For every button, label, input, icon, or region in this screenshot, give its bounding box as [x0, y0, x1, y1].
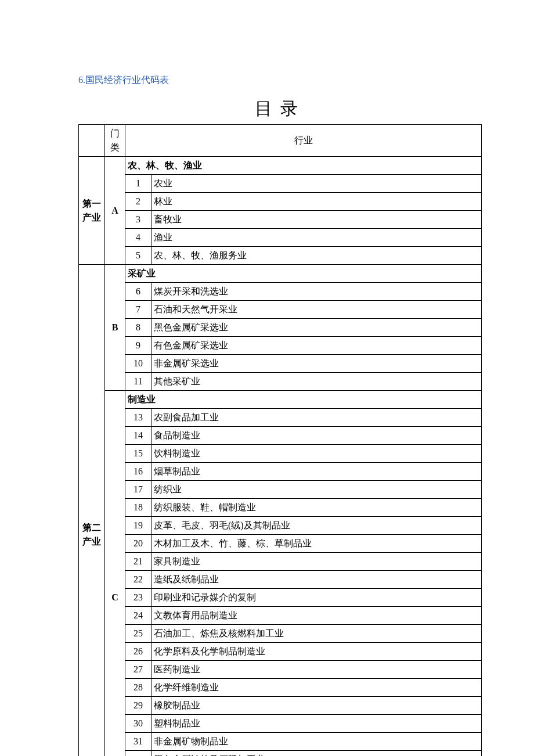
row-num: 32	[125, 751, 151, 757]
row-num: 14	[125, 427, 151, 445]
row-num: 13	[125, 409, 151, 427]
table-row: 32黑色金属冶炼及压延加工业	[79, 751, 482, 757]
row-name: 其他采矿业	[151, 373, 482, 391]
row-num: 19	[125, 517, 151, 535]
row-num: 7	[125, 301, 151, 319]
row-num: 11	[125, 373, 151, 391]
row-num: 27	[125, 661, 151, 679]
section-title: 制造业	[125, 391, 482, 409]
row-name: 有色金属矿采选业	[151, 337, 482, 355]
th-category: 门类	[105, 125, 125, 157]
row-num: 22	[125, 571, 151, 589]
production-label: 第一产业	[79, 157, 105, 265]
table-header-row: 门类 行业	[79, 125, 482, 157]
row-name: 塑料制品业	[151, 715, 482, 733]
row-num: 29	[125, 697, 151, 715]
row-name: 烟草制品业	[151, 463, 482, 481]
row-name: 皮革、毛皮、羽毛(绒)及其制品业	[151, 517, 482, 535]
section-title: 采矿业	[125, 265, 482, 283]
table-row: 16烟草制品业	[79, 463, 482, 481]
row-name: 渔业	[151, 229, 482, 247]
row-name: 煤炭开采和洗选业	[151, 283, 482, 301]
row-num: 24	[125, 607, 151, 625]
row-name: 黑色金属冶炼及压延加工业	[151, 751, 482, 757]
row-num: 1	[125, 175, 151, 193]
industry-code-table: 门类 行业 第一产业 A 农、林、牧、渔业 1农业 2林业 3畜牧业 4渔业 5…	[78, 124, 482, 756]
row-num: 3	[125, 211, 151, 229]
row-name: 橡胶制品业	[151, 697, 482, 715]
table-row: 28化学纤维制造业	[79, 679, 482, 697]
row-name: 化学纤维制造业	[151, 679, 482, 697]
table-row: 19皮革、毛皮、羽毛(绒)及其制品业	[79, 517, 482, 535]
row-name: 印刷业和记录媒介的复制	[151, 589, 482, 607]
table-row: 1农业	[79, 175, 482, 193]
row-name: 造纸及纸制品业	[151, 571, 482, 589]
th-industry: 行业	[125, 125, 482, 157]
table-row: 4渔业	[79, 229, 482, 247]
row-num: 20	[125, 535, 151, 553]
table-row: 第二产业 B 采矿业	[79, 265, 482, 283]
row-num: 8	[125, 319, 151, 337]
table-row: 25石油加工、炼焦及核燃料加工业	[79, 625, 482, 643]
category-code: B	[105, 265, 125, 391]
table-row: 17纺织业	[79, 481, 482, 499]
row-name: 家具制造业	[151, 553, 482, 571]
document-page: 6.国民经济行业代码表 目录 门类 行业 第一产业 A 农、林、牧、渔业 1农业…	[0, 0, 534, 756]
row-num: 18	[125, 499, 151, 517]
row-num: 9	[125, 337, 151, 355]
row-name: 黑色金属矿采选业	[151, 319, 482, 337]
table-row: 20木材加工及木、竹、藤、棕、草制品业	[79, 535, 482, 553]
row-name: 农业	[151, 175, 482, 193]
table-row: 30塑料制品业	[79, 715, 482, 733]
th-empty	[79, 125, 105, 157]
row-num: 17	[125, 481, 151, 499]
table-row: 9有色金属矿采选业	[79, 337, 482, 355]
row-name: 非金属矿采选业	[151, 355, 482, 373]
table-row: 18纺织服装、鞋、帽制造业	[79, 499, 482, 517]
table-row: 22造纸及纸制品业	[79, 571, 482, 589]
row-name: 农、林、牧、渔服务业	[151, 247, 482, 265]
row-num: 15	[125, 445, 151, 463]
section-title: 农、林、牧、渔业	[125, 157, 482, 175]
row-num: 23	[125, 589, 151, 607]
toc-title: 目录	[78, 97, 482, 121]
row-name: 木材加工及木、竹、藤、棕、草制品业	[151, 535, 482, 553]
row-num: 6	[125, 283, 151, 301]
table-row: 2林业	[79, 193, 482, 211]
production-label: 第二产业	[79, 265, 105, 757]
row-num: 5	[125, 247, 151, 265]
row-name: 非金属矿物制品业	[151, 733, 482, 751]
table-row: 10非金属矿采选业	[79, 355, 482, 373]
row-name: 纺织服装、鞋、帽制造业	[151, 499, 482, 517]
table-row: C 制造业	[79, 391, 482, 409]
row-name: 纺织业	[151, 481, 482, 499]
row-num: 31	[125, 733, 151, 751]
row-name: 农副食品加工业	[151, 409, 482, 427]
table-row: 6煤炭开采和洗选业	[79, 283, 482, 301]
row-name: 石油加工、炼焦及核燃料加工业	[151, 625, 482, 643]
table-row: 23印刷业和记录媒介的复制	[79, 589, 482, 607]
row-num: 21	[125, 553, 151, 571]
table-row: 5农、林、牧、渔服务业	[79, 247, 482, 265]
table-row: 31非金属矿物制品业	[79, 733, 482, 751]
row-num: 26	[125, 643, 151, 661]
table-row: 7石油和天然气开采业	[79, 301, 482, 319]
table-row: 27医药制造业	[79, 661, 482, 679]
row-name: 饮料制造业	[151, 445, 482, 463]
row-num: 16	[125, 463, 151, 481]
row-name: 化学原料及化学制品制造业	[151, 643, 482, 661]
row-num: 30	[125, 715, 151, 733]
row-name: 石油和天然气开采业	[151, 301, 482, 319]
table-row: 第一产业 A 农、林、牧、渔业	[79, 157, 482, 175]
section-heading: 6.国民经济行业代码表	[78, 74, 482, 87]
table-row: 13农副食品加工业	[79, 409, 482, 427]
table-row: 29橡胶制品业	[79, 697, 482, 715]
category-code: C	[105, 391, 125, 757]
table-row: 21家具制造业	[79, 553, 482, 571]
table-row: 8黑色金属矿采选业	[79, 319, 482, 337]
heading-prefix: 6.	[78, 75, 85, 85]
table-row: 24文教体育用品制造业	[79, 607, 482, 625]
table-row: 15饮料制造业	[79, 445, 482, 463]
row-num: 10	[125, 355, 151, 373]
table-row: 14食品制造业	[79, 427, 482, 445]
